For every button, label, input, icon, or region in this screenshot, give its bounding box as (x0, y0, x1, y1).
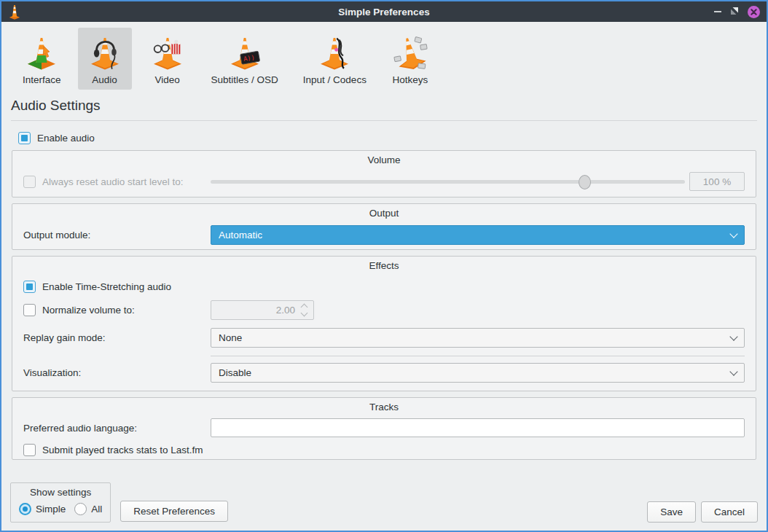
output-module-label: Output module: (23, 230, 211, 240)
vlc-cone-hotkeys-icon (391, 33, 429, 71)
effects-group-title: Effects (23, 260, 745, 271)
maximize-icon (730, 7, 739, 15)
radio-all-label[interactable]: All (91, 504, 102, 515)
normalize-spinbox-value: 2.00 (276, 305, 295, 316)
preferences-window: Simple Preferences (0, 0, 768, 532)
vlc-cone-video-icon (149, 33, 187, 71)
minimize-icon (714, 11, 721, 12)
normalize-spinbox[interactable]: 2.00 (211, 300, 314, 320)
chevron-down-icon (729, 230, 737, 238)
tab-label: Subtitles / OSD (211, 74, 278, 85)
tracks-groupbox: Tracks Preferred audio language: Submit … (12, 397, 756, 460)
tab-interface[interactable]: Interface (15, 28, 69, 90)
output-groupbox: Output Output module: Automatic (12, 203, 756, 250)
vlc-cone-subtitles-icon: A)) (226, 33, 264, 71)
close-button[interactable] (748, 6, 760, 18)
output-group-title: Output (23, 208, 745, 219)
footer: Show settings Simple All Reset Preferenc… (10, 482, 758, 523)
visualization-label: Visualization: (23, 367, 211, 378)
vlc-cone-audio-icon (86, 33, 124, 71)
title-divider (11, 120, 757, 121)
time-stretch-label[interactable]: Enable Time-Stretching audio (42, 281, 171, 292)
normalize-volume-label[interactable]: Normalize volume to: (42, 305, 135, 316)
tab-input-codecs[interactable]: Input / Codecs (295, 28, 375, 90)
time-stretch-checkbox[interactable] (23, 281, 36, 293)
show-settings-groupbox: Show settings Simple All (10, 482, 111, 523)
show-settings-title: Show settings (19, 487, 102, 498)
effects-groupbox: Effects Enable Time-Stretching audio Nor… (12, 256, 756, 391)
preferred-language-input[interactable] (211, 418, 745, 437)
radio-all-option[interactable]: All (74, 503, 102, 515)
vlc-app-icon (8, 4, 21, 20)
chevron-down-icon (729, 332, 737, 340)
radio-simple-option[interactable]: Simple (19, 503, 66, 515)
vlc-cone-interface-icon (23, 33, 60, 71)
dialog-body: Interface Audio (1, 22, 767, 531)
visualization-combobox[interactable]: Disable (211, 363, 745, 383)
tab-subtitles-osd[interactable]: A)) Subtitles / OSD (203, 28, 286, 90)
radio-all[interactable] (74, 503, 87, 515)
output-module-combobox[interactable]: Automatic (211, 225, 745, 245)
titlebar: Simple Preferences (1, 1, 767, 22)
close-icon (751, 9, 757, 15)
tab-label: Video (154, 74, 179, 85)
tab-label: Hotkeys (393, 74, 428, 85)
tracks-group-title: Tracks (23, 402, 745, 412)
minimize-button[interactable] (714, 6, 721, 18)
cancel-button[interactable]: Cancel (701, 501, 758, 523)
normalize-volume-checkbox[interactable] (23, 304, 36, 316)
spin-down-icon[interactable] (301, 310, 308, 317)
vlc-cone-input-icon (316, 33, 353, 71)
volume-spinbox[interactable]: 100 % (689, 172, 745, 191)
lastfm-checkbox[interactable] (23, 444, 36, 456)
window-title: Simple Preferences (1, 7, 767, 17)
page-title: Audio Settings (11, 98, 767, 114)
maximize-button[interactable] (730, 5, 739, 18)
tab-audio[interactable]: Audio (78, 28, 132, 90)
enable-audio-label[interactable]: Enable audio (37, 133, 95, 144)
tab-label: Audio (92, 74, 117, 85)
visualization-value: Disable (219, 367, 251, 378)
volume-group-title: Volume (23, 154, 745, 165)
volume-spinbox-value: 100 % (703, 176, 731, 187)
volume-slider-track (211, 180, 685, 184)
radio-simple[interactable] (19, 503, 31, 515)
volume-slider-handle[interactable] (579, 175, 591, 189)
chevron-down-icon (729, 367, 737, 375)
tab-video[interactable]: Video (141, 28, 195, 90)
replay-gain-combobox[interactable]: None (211, 328, 745, 348)
always-reset-checkbox[interactable] (23, 176, 36, 188)
preferred-language-label: Preferred audio language: (23, 423, 211, 434)
lastfm-label[interactable]: Submit played tracks stats to Last.fm (42, 445, 203, 455)
tab-label: Input / Codecs (303, 74, 367, 85)
tab-hotkeys[interactable]: Hotkeys (383, 28, 437, 90)
category-toolbar: Interface Audio (1, 22, 767, 90)
replay-gain-label: Replay gain mode: (23, 332, 211, 343)
tab-label: Interface (23, 74, 61, 85)
save-button[interactable]: Save (647, 501, 696, 523)
reset-preferences-button[interactable]: Reset Preferences (120, 501, 228, 522)
replay-gain-value: None (219, 332, 242, 343)
radio-simple-label[interactable]: Simple (36, 504, 66, 515)
enable-audio-row: Enable audio (18, 132, 767, 144)
effects-separator (211, 356, 745, 356)
volume-groupbox: Volume Always reset audio start level to… (12, 150, 756, 197)
enable-audio-checkbox[interactable] (18, 132, 31, 144)
output-module-value: Automatic (219, 230, 262, 240)
always-reset-label: Always reset audio start level to: (42, 176, 184, 187)
volume-slider[interactable] (211, 174, 685, 189)
